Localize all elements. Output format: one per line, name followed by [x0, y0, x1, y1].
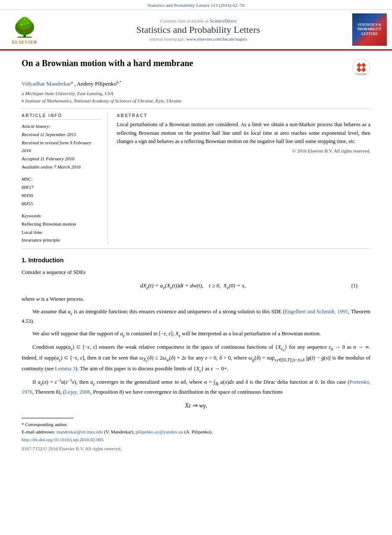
journal-center: Contents lists available at ScienceDirec…	[48, 18, 348, 41]
elsevier-brand: ELSEVIER	[12, 40, 38, 45]
available-date: Available online 7 March 2016	[22, 163, 101, 171]
elsevier-tree-icon	[9, 15, 40, 39]
main-content: On a Brownian motion with a hard membran…	[0, 51, 392, 461]
journal-header: ELSEVIER Contents lists available at Sci…	[0, 10, 392, 51]
msc2: 60J50	[22, 191, 101, 200]
footer-divider	[22, 418, 73, 418]
svg-text:CrossMark: CrossMark	[356, 73, 367, 75]
affiliations: a Michigan State University, East Lansin…	[22, 90, 370, 104]
affil-sup-b: b,*	[116, 80, 121, 84]
svg-point-9	[21, 30, 23, 32]
intro-para3: We assume that aε is an integrable funct…	[22, 307, 370, 326]
svg-point-14	[360, 66, 363, 69]
ref-lejay[interactable]: Lejay, 2006	[65, 389, 90, 395]
email2-link[interactable]: pilipenko.ay@yandex.ua	[136, 429, 183, 434]
paper-title: On a Brownian motion with a hard membran…	[22, 58, 348, 68]
formula-xe-content: Xε ⇒ wγ,	[185, 402, 207, 409]
ref-engelbert[interactable]: Engelbert and Schmidt, 1991	[285, 309, 348, 315]
abstract-label: ABSTRACT	[117, 113, 370, 118]
keyword-3: Invariance principle	[22, 236, 101, 244]
affil-sup-a: a	[71, 80, 73, 84]
where-line: where w is a Wiener process.	[22, 295, 370, 304]
authors-line: Vidyadhar Mandrekara , Andrey Pilipenkob…	[22, 80, 370, 87]
issn-line: 0167-7152/© 2016 Elsevier B.V. All right…	[22, 445, 370, 453]
keywords-block: Keywords: Reflecting Brownian motion Loc…	[22, 212, 101, 244]
affil-b: b Institute of Mathematics, National Aca…	[22, 97, 370, 105]
keyword-1: Reflecting Brownian motion	[22, 220, 101, 228]
doi-link[interactable]: http://dx.doi.org/10.1016/j.spl.2016.02.…	[22, 437, 104, 442]
intro-para4: We also will suppose that the support of…	[22, 329, 370, 339]
paper-title-section: On a Brownian motion with a hard membran…	[22, 58, 370, 76]
msc-block: MSC: 60F17 60J50 60J55	[22, 175, 101, 207]
intro-para6: If aε(x) = ε−1a(ε−1x), then aε converges…	[22, 377, 370, 396]
svg-point-11	[29, 27, 31, 29]
svg-point-8	[19, 28, 20, 30]
received-date: Received 11 September 2015	[22, 131, 101, 139]
svg-point-7	[24, 19, 25, 20]
formula-xe: Xε ⇒ wγ,	[22, 402, 370, 409]
keyword-2: Local time	[22, 228, 101, 236]
msc1: 60F17	[22, 183, 101, 191]
contents-available: Contents lists available at ScienceDirec…	[48, 18, 348, 23]
article-info-label: ARTICLE INFO	[22, 113, 101, 120]
corresponding-author-note: * Corresponding author.	[22, 421, 370, 429]
divider-after-affiliations	[22, 108, 370, 109]
copyright-text: © 2016 Elsevier B.V. All rights reserved…	[117, 148, 370, 153]
doi-line: http://dx.doi.org/10.1016/j.spl.2016.02.…	[22, 436, 370, 444]
abstract-col: ABSTRACT Local perturbations of a Browni…	[117, 113, 370, 244]
equation-1-left: dXε(t) = aε(Xε(t))dt + dw(t), t ≥ 0, Xε(…	[140, 282, 245, 289]
affil-a: a Michigan State University, East Lansin…	[22, 90, 370, 97]
svg-point-5	[20, 24, 22, 25]
intro-para5: Condition supp(aε) ⊂ [−ε, ε] ensures the…	[22, 343, 370, 374]
citation-bar: Statistics and Probability Letters 113 (…	[0, 0, 392, 10]
section1-heading: 1. Introduction	[22, 257, 370, 264]
equation-1: dXε(t) = aε(Xε(t))dt + dw(t), t ≥ 0, Xε(…	[22, 282, 370, 290]
equation-1-content: dXε(t) = aε(Xε(t))dt + dw(t), t ≥ 0, Xε(…	[35, 282, 351, 290]
footnote-section: * Corresponding author. E-mail addresses…	[22, 421, 370, 452]
intro-para1: Consider a sequence of SDEs	[22, 268, 370, 277]
body-content: 1. Introduction Consider a sequence of S…	[22, 257, 370, 409]
sciencedirect-link[interactable]: ScienceDirect	[210, 18, 236, 23]
journal-logo-right: STATISTICS & PROBABILITY LETTERS	[352, 13, 387, 46]
article-info-abstract: ARTICLE INFO Article history: Received 1…	[22, 113, 370, 244]
citation-text: Statistics and Probability Letters 113 (…	[147, 3, 244, 8]
author-mandrekar[interactable]: Vidyadhar Mandrekar	[22, 80, 71, 87]
divider-after-abstract	[22, 248, 370, 249]
ref-lemma3[interactable]: Lemma 3	[55, 366, 76, 372]
svg-point-10	[26, 29, 28, 31]
journal-title: Statistics and Probability Letters	[48, 24, 348, 35]
abstract-text: Local perturbations of a Brownian motion…	[117, 121, 370, 146]
article-history: Article history: Received 11 September 2…	[22, 122, 101, 171]
revised-date: Received in revised form 9 February 2016	[22, 139, 101, 155]
msc3: 60J55	[22, 200, 101, 208]
crossmark-icon: CrossMark	[352, 58, 370, 76]
accepted-date: Accepted 11 February 2016	[22, 155, 101, 163]
article-info-col: ARTICLE INFO Article history: Received 1…	[22, 113, 108, 244]
elsevier-logo: ELSEVIER	[5, 15, 44, 45]
email1-link[interactable]: mandrekar@stt.msu.edu	[57, 429, 103, 434]
homepage-url[interactable]: www.elsevier.com/locate/stapro	[186, 36, 247, 41]
svg-point-6	[28, 22, 29, 23]
eq1-number: (1)	[351, 283, 357, 289]
svg-rect-1	[18, 37, 32, 38]
email-line: E-mail addresses: mandrekar@stt.msu.edu …	[22, 428, 370, 436]
homepage-line: journal homepage: www.elsevier.com/locat…	[48, 36, 348, 41]
